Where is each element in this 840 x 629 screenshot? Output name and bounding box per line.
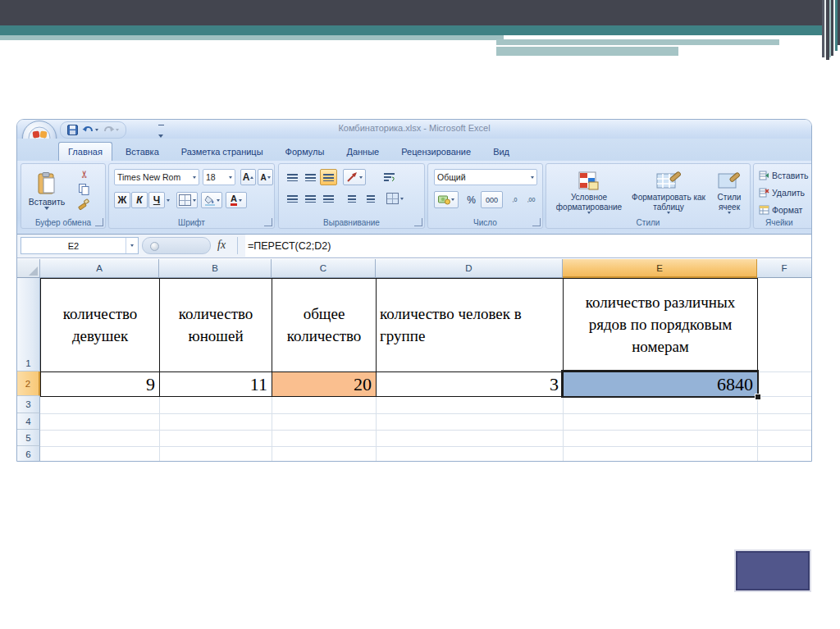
format-as-table-dropdown-icon xyxy=(667,212,670,214)
number-format-dropdown-icon xyxy=(531,176,534,179)
increase-indent-button[interactable] xyxy=(362,190,380,207)
format-painter-button[interactable] xyxy=(75,197,92,211)
cut-button[interactable]: ✂ xyxy=(77,166,91,183)
formula-input[interactable]: =ПЕРЕСТ(C2;D2) xyxy=(245,235,811,257)
align-left-button[interactable] xyxy=(284,190,301,207)
cell-d2[interactable]: 3 xyxy=(376,371,564,397)
group-number: Общий % 000 ,0 ,00 Число xyxy=(427,163,543,229)
font-color-button[interactable]: A xyxy=(226,192,247,208)
format-cells-icon xyxy=(759,205,769,215)
paste-button[interactable]: Вставить xyxy=(28,167,66,215)
redo-button[interactable] xyxy=(103,125,119,135)
cell-a2[interactable]: 9 xyxy=(40,371,160,397)
font-size-combo[interactable]: 18 xyxy=(203,169,235,185)
tab-view[interactable]: Вид xyxy=(484,143,518,161)
paste-label: Вставить xyxy=(29,197,66,207)
row-header-5[interactable]: 5 xyxy=(17,430,40,446)
merge-center-button[interactable] xyxy=(384,190,405,207)
decrease-decimal-button[interactable]: ,00 xyxy=(523,191,539,208)
insert-function-button[interactable]: fx xyxy=(217,239,226,252)
align-center-button[interactable] xyxy=(302,190,319,207)
paste-dropdown-icon[interactable] xyxy=(44,207,49,210)
insert-cells-label: Вставить xyxy=(772,171,809,180)
column-header-a[interactable]: A xyxy=(40,259,159,278)
font-name-combo[interactable]: Times New Rom xyxy=(114,169,199,185)
cell-c1[interactable]: общее количество xyxy=(272,278,377,372)
clipboard-dialog-launcher-icon[interactable] xyxy=(95,218,103,226)
accounting-format-button[interactable] xyxy=(434,191,459,208)
font-color-icon: A xyxy=(231,194,237,206)
undo-dropdown-icon[interactable] xyxy=(95,129,98,131)
tab-page-layout[interactable]: Разметка страницы xyxy=(172,143,272,161)
fill-handle[interactable] xyxy=(755,394,761,400)
percent-button[interactable]: % xyxy=(463,191,480,208)
copy-button[interactable] xyxy=(75,182,92,196)
align-center-icon xyxy=(305,195,316,203)
column-header-e[interactable]: E xyxy=(563,259,757,278)
cell-b1[interactable]: количество юношей xyxy=(159,278,272,372)
format-cells-button[interactable]: Формат xyxy=(758,203,803,217)
number-format-combo[interactable]: Общий xyxy=(434,169,537,185)
cell-styles-button[interactable]: Стили ячеек xyxy=(709,166,750,219)
select-all-corner[interactable] xyxy=(17,259,40,278)
insert-cells-button[interactable]: Вставить xyxy=(758,168,810,182)
increase-decimal-button[interactable]: ,0 xyxy=(507,191,523,208)
gridline xyxy=(40,413,812,414)
italic-button[interactable]: К xyxy=(131,192,148,208)
tab-data[interactable]: Данные xyxy=(337,143,388,161)
alignment-dialog-launcher-icon[interactable] xyxy=(414,218,422,226)
row-header-3[interactable]: 3 xyxy=(17,396,40,413)
row-header-4[interactable]: 4 xyxy=(17,413,40,430)
cell-d1[interactable]: количество человек в группе xyxy=(376,278,564,372)
tab-home[interactable]: Главная xyxy=(58,142,112,161)
tab-review[interactable]: Рецензирование xyxy=(392,143,480,161)
column-header-f[interactable]: F xyxy=(757,259,812,278)
tab-insert[interactable]: Вставка xyxy=(116,143,168,161)
row-header-1[interactable]: 1 xyxy=(17,278,40,371)
row-header-6[interactable]: 6 xyxy=(17,446,40,462)
comma-style-button[interactable]: 000 xyxy=(481,191,503,208)
orientation-button[interactable] xyxy=(343,169,366,185)
bold-button[interactable]: Ж xyxy=(114,192,130,208)
underline-button[interactable]: Ч xyxy=(148,192,165,208)
delete-cells-button[interactable]: Удалить xyxy=(758,185,806,199)
name-box[interactable]: E2 xyxy=(21,237,139,254)
cell-a1[interactable]: количество девушек xyxy=(40,278,160,372)
copy-icon xyxy=(79,184,89,195)
grow-font-button[interactable]: A xyxy=(240,169,256,185)
save-button[interactable] xyxy=(67,125,78,135)
decrease-indent-button[interactable] xyxy=(343,190,361,207)
decrease-indent-icon xyxy=(348,195,356,203)
formula-bar: E2 fx =ПЕРЕСТ(C2;D2) xyxy=(17,235,811,258)
fill-color-button[interactable] xyxy=(201,192,222,208)
selection-border xyxy=(561,370,759,398)
align-bottom-button[interactable] xyxy=(320,169,337,185)
borders-button[interactable] xyxy=(176,192,198,208)
row-header-2[interactable]: 2 xyxy=(17,371,40,396)
tab-formulas[interactable]: Формулы xyxy=(276,143,334,161)
font-dialog-launcher-icon[interactable] xyxy=(264,218,272,226)
number-dialog-launcher-icon[interactable] xyxy=(532,218,541,226)
align-right-button[interactable] xyxy=(320,190,337,207)
cell-c2[interactable]: 20 xyxy=(272,371,377,397)
column-header-d[interactable]: D xyxy=(376,259,563,278)
wrap-text-button[interactable] xyxy=(380,169,399,185)
undo-button[interactable] xyxy=(82,125,98,135)
gridline xyxy=(40,430,812,431)
borders-icon xyxy=(179,194,191,206)
grow-arrow-icon xyxy=(250,176,253,179)
column-header-b[interactable]: B xyxy=(159,259,272,278)
name-box-dropdown[interactable] xyxy=(126,238,138,253)
underline-dropdown-icon[interactable] xyxy=(167,199,170,202)
align-bottom-icon xyxy=(323,174,334,181)
decor-purple-rectangle xyxy=(736,551,810,590)
conditional-formatting-button[interactable]: Условное форматирование xyxy=(550,166,628,219)
cell-b2[interactable]: 11 xyxy=(159,371,272,397)
cell-e1[interactable]: количество различных рядов по порядковым… xyxy=(563,278,758,372)
format-as-table-button[interactable]: Форматировать как таблицу xyxy=(631,166,706,219)
shrink-font-button[interactable]: A xyxy=(258,169,273,185)
align-top-button[interactable] xyxy=(284,169,301,185)
align-middle-button[interactable] xyxy=(302,169,319,185)
column-header-c[interactable]: C xyxy=(272,259,376,278)
shrink-font-letter: A xyxy=(260,173,266,182)
